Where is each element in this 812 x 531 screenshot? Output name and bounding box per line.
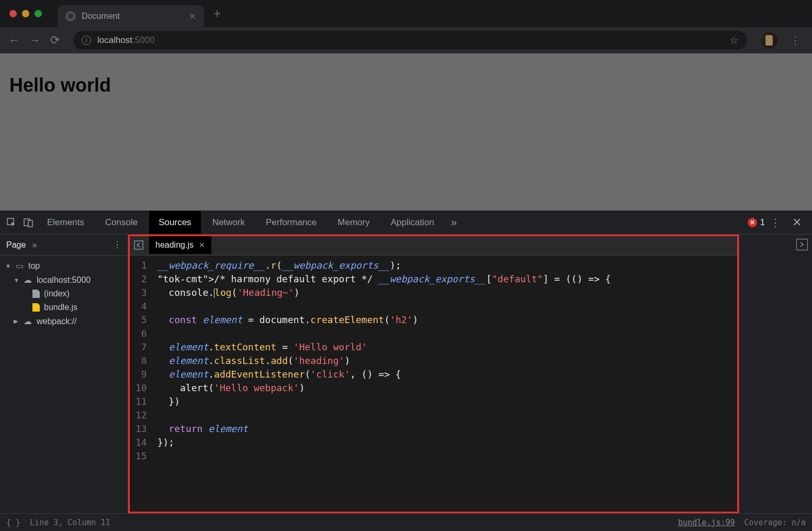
sidebar-header: Page » ⋮	[0, 235, 128, 256]
cloud-icon: ☁	[23, 275, 32, 285]
bookmark-star-icon[interactable]: ☆	[729, 34, 739, 47]
tab-elements[interactable]: Elements	[38, 211, 94, 234]
source-editor: heading.js ✕ 123456789101112131415 __web…	[128, 235, 739, 513]
tab-sources[interactable]: Sources	[149, 211, 200, 234]
tree-bundle-label: bundle.js	[44, 303, 77, 312]
inspect-element-icon[interactable]	[4, 215, 19, 230]
tree-top-label: top	[28, 261, 40, 271]
expand-arrow-icon: ▼	[14, 277, 19, 283]
expand-arrow-icon: ▶	[14, 318, 19, 325]
sidebar-menu-button[interactable]: ⋮	[113, 240, 121, 250]
code-content[interactable]: __webpack_require__.r(__webpack_exports_…	[152, 256, 616, 513]
globe-icon	[66, 12, 75, 21]
close-editor-tab-button[interactable]: ✕	[199, 241, 205, 249]
maximize-window-button[interactable]	[35, 10, 42, 17]
window-icon: ▭	[15, 261, 24, 271]
viewport-dim-overlay	[0, 53, 812, 211]
tab-console[interactable]: Console	[96, 211, 147, 234]
profile-avatar[interactable]	[761, 32, 777, 49]
sidebar-page-label[interactable]: Page	[6, 240, 26, 250]
expand-arrow-icon: ▼	[5, 263, 10, 269]
editor-tabs: heading.js ✕	[128, 235, 739, 256]
minimize-window-button[interactable]	[22, 10, 29, 17]
js-file-icon	[32, 303, 40, 312]
tree-index-file[interactable]: (index)	[0, 287, 128, 301]
browser-menu-button[interactable]: ⋮	[787, 34, 804, 47]
back-button[interactable]: ←	[8, 34, 20, 47]
sources-sidebar: Page » ⋮ ▼ ▭ top ▼ ☁ localhost:5000 (ind…	[0, 235, 128, 513]
tab-title: Document	[82, 12, 183, 21]
site-info-icon[interactable]: i	[82, 36, 91, 45]
editor-tab-label: heading.js	[155, 240, 194, 250]
tree-index-label: (index)	[44, 289, 70, 298]
forward-button[interactable]: →	[29, 34, 41, 47]
code-area[interactable]: 123456789101112131415 __webpack_require_…	[128, 256, 739, 513]
more-tabs-button[interactable]: »	[446, 216, 462, 228]
cloud-icon: ☁	[23, 316, 32, 326]
editor-status-bar: { } Line 3, Column 11 bundle.js:99 Cover…	[0, 513, 812, 531]
devtools-body: Page » ⋮ ▼ ▭ top ▼ ☁ localhost:5000 (ind…	[0, 235, 812, 513]
url-port: :5000	[132, 35, 155, 45]
file-icon	[32, 290, 40, 298]
error-indicator[interactable]: ✕ 1	[748, 218, 765, 227]
url-host: localhost	[97, 35, 132, 45]
show-debugger-icon[interactable]	[796, 239, 808, 250]
cursor-position: Line 3, Column 11	[30, 518, 110, 527]
close-tab-button[interactable]: ✕	[189, 12, 196, 21]
devtools-tabbar: Elements Console Sources Network Perform…	[0, 211, 812, 235]
line-gutter: 123456789101112131415	[128, 256, 152, 513]
address-bar[interactable]: i localhost:5000 ☆	[73, 31, 747, 50]
svg-rect-2	[28, 220, 32, 227]
tab-memory[interactable]: Memory	[328, 211, 379, 234]
window-controls	[9, 10, 42, 17]
browser-title-bar: Document ✕ +	[0, 0, 812, 27]
tab-application[interactable]: Application	[381, 211, 444, 234]
reload-button[interactable]: ⟳	[50, 34, 60, 47]
error-badge-icon: ✕	[748, 218, 757, 227]
device-toolbar-icon[interactable]	[21, 215, 36, 230]
new-tab-button[interactable]: +	[213, 6, 221, 21]
source-map-link[interactable]: bundle.js:99	[678, 518, 735, 527]
tab-performance[interactable]: Performance	[256, 211, 326, 234]
error-count: 1	[760, 218, 765, 227]
tree-webpack[interactable]: ▶ ☁ webpack://	[0, 314, 128, 328]
page-viewport: Hello world	[0, 53, 812, 211]
browser-tab[interactable]: Document ✕	[58, 5, 204, 27]
tree-host[interactable]: ▼ ☁ localhost:5000	[0, 273, 128, 287]
sidebar-more-tabs[interactable]: »	[32, 240, 37, 250]
devtools-menu-button[interactable]: ⋮	[767, 216, 784, 229]
pretty-print-button[interactable]: { }	[6, 518, 20, 527]
editor-tab-heading-js[interactable]: heading.js ✕	[149, 236, 211, 254]
close-window-button[interactable]	[9, 10, 17, 17]
debugger-pane-collapsed	[739, 235, 812, 513]
browser-toolbar: ← → ⟳ i localhost:5000 ☆ ⋮	[0, 27, 812, 53]
tab-network[interactable]: Network	[203, 211, 254, 234]
tree-bundle-file[interactable]: bundle.js	[0, 301, 128, 314]
svg-rect-3	[134, 241, 143, 249]
tree-top[interactable]: ▼ ▭ top	[0, 259, 128, 273]
coverage-label: Coverage: n/a	[745, 518, 806, 527]
file-tree: ▼ ▭ top ▼ ☁ localhost:5000 (index) bundl…	[0, 256, 128, 331]
close-devtools-button[interactable]: ✕	[786, 216, 808, 229]
tree-host-label: localhost:5000	[37, 275, 91, 285]
tree-webpack-label: webpack://	[37, 317, 76, 326]
toggle-navigator-icon[interactable]	[131, 238, 146, 252]
devtools-panel: Elements Console Sources Network Perform…	[0, 211, 812, 531]
